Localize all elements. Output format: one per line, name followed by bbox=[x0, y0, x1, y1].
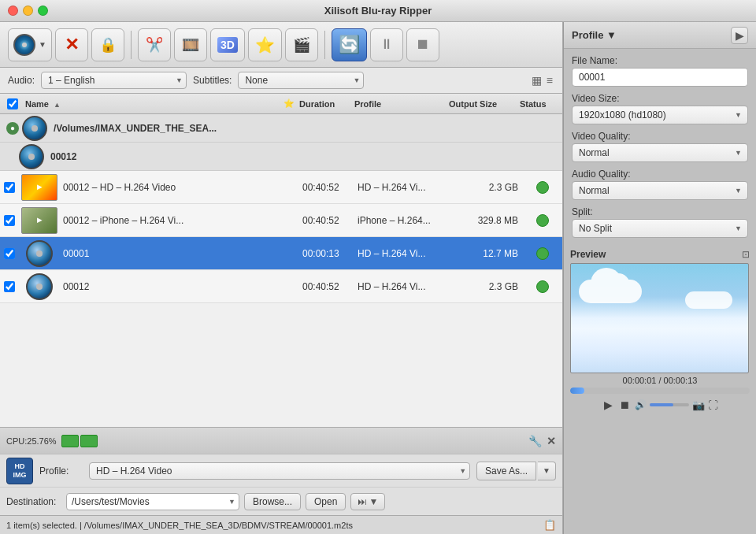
status-dot-1 bbox=[536, 181, 549, 194]
jump-button[interactable]: ⏭ ▼ bbox=[350, 493, 385, 510]
preview-controls: ▶ ⏹ 🔊 📷 ⛶ bbox=[570, 397, 750, 413]
split-select[interactable]: No Split bbox=[572, 219, 748, 238]
file-name-label: File Name: bbox=[572, 55, 748, 66]
fullscreen-icon[interactable]: ⛶ bbox=[708, 399, 718, 411]
list-row-2[interactable]: ▶ 00012 – iPhone – H.264 Vi... 00:40:52 … bbox=[0, 204, 562, 237]
preview-header: Preview ⊡ bbox=[570, 249, 750, 260]
stop-preview-button[interactable]: ⏹ bbox=[617, 397, 632, 413]
toolbar: ▼ ✕ 🔒 ✂️ 🎞️ 3D ⭐ bbox=[0, 22, 562, 68]
profile-select[interactable]: HD – H.264 Video bbox=[89, 462, 470, 480]
video-quality-label: Video Quality: bbox=[572, 131, 748, 142]
file-name-input[interactable] bbox=[572, 68, 748, 87]
traffic-lights bbox=[8, 6, 48, 16]
audio-select-wrapper: 1 – English bbox=[41, 72, 187, 89]
row-checkbox-3[interactable] bbox=[4, 248, 15, 259]
row-checkbox-2[interactable] bbox=[4, 215, 15, 226]
grid-view-icon[interactable]: ▦ bbox=[530, 72, 543, 88]
star-icon: ⭐ bbox=[255, 35, 275, 54]
list-view-icon[interactable]: ≡ bbox=[545, 72, 554, 88]
subtitles-label: Subtitles: bbox=[193, 75, 232, 86]
list-group-1: ● /Volumes/IMAX_UNDER_THE_SEA... bbox=[0, 114, 562, 143]
row-cb-2 bbox=[0, 215, 19, 226]
volume-fill bbox=[650, 403, 673, 406]
dest-path-select-wrapper: /Users/test/Movies bbox=[66, 493, 239, 510]
right-panel: Profile ▼ ▶ File Name: Video Size: 1920x… bbox=[563, 22, 756, 534]
status-bar: 1 item(s) selected. | /Volumes/IMAX_UNDE… bbox=[0, 515, 562, 534]
volume-slider[interactable] bbox=[650, 403, 689, 406]
scissors-icon: ✂️ bbox=[146, 36, 163, 54]
app-title: Xilisoft Blu-ray Ripper bbox=[324, 5, 432, 17]
thumbnail-3 bbox=[26, 240, 53, 267]
audio-quality-select[interactable]: Normal bbox=[572, 181, 748, 200]
video-quality-select[interactable]: Normal bbox=[572, 143, 748, 162]
row-profile-3: HD – H.264 Vi... bbox=[358, 248, 452, 259]
preview-progress-bar[interactable] bbox=[570, 388, 750, 394]
col-profile-header: Profile bbox=[354, 99, 449, 109]
row-status-4 bbox=[523, 280, 562, 293]
video-size-select[interactable]: 1920x1080 (hd1080) bbox=[572, 106, 748, 124]
row-checkbox-1[interactable] bbox=[4, 182, 15, 193]
profile-format-icon: HDIMG bbox=[6, 458, 33, 484]
play-button[interactable]: ▶ bbox=[602, 397, 614, 413]
row-size-1: 2.3 GB bbox=[452, 182, 523, 193]
pause-button[interactable]: ⏸ bbox=[370, 28, 403, 61]
list-header: Name ▲ ⭐ Duration Profile Output Size St… bbox=[0, 94, 562, 114]
close-panel-button[interactable]: ✕ bbox=[547, 435, 556, 447]
dest-label: Destination: bbox=[6, 496, 61, 507]
merge-button[interactable]: 🎬 bbox=[285, 28, 318, 61]
view-toggle: ▦ ≡ bbox=[530, 72, 554, 88]
right-panel-expand-button[interactable]: ▶ bbox=[731, 27, 748, 44]
header-checkbox[interactable] bbox=[7, 98, 18, 109]
group-header-1[interactable]: ● /Volumes/IMAX_UNDER_THE_SEA... bbox=[0, 114, 562, 143]
stop-button[interactable]: ⏹ bbox=[406, 28, 439, 61]
saveas-arrow-button[interactable]: ▼ bbox=[538, 462, 556, 480]
split-select-wrapper: No Split bbox=[572, 219, 748, 238]
list-row-3[interactable]: 00001 00:00:13 HD – H.264 Vi... 12.7 MB bbox=[0, 237, 562, 270]
3d-button[interactable]: 3D bbox=[210, 28, 245, 61]
browse-button[interactable]: Browse... bbox=[244, 493, 301, 510]
stop-icon: ⏹ bbox=[416, 36, 430, 53]
saveas-button[interactable]: Save As... bbox=[476, 462, 536, 480]
preview-expand-button[interactable]: ⊡ bbox=[742, 249, 750, 260]
convert-button[interactable]: 🔄 bbox=[332, 28, 367, 61]
cloud-decoration-2 bbox=[685, 291, 732, 309]
list-row-1[interactable]: ▶ 00012 – HD – H.264 Video 00:40:52 HD –… bbox=[0, 171, 562, 204]
preview-section: Preview ⊡ 00:00:01 / 00:00:13 ▶ ⏹ 🔊 📷 ⛶ bbox=[564, 244, 756, 417]
group-toggle-1[interactable]: ● bbox=[6, 122, 19, 135]
left-panel: ▼ ✕ 🔒 ✂️ 🎞️ 3D ⭐ bbox=[0, 22, 563, 534]
activity-blocks bbox=[61, 435, 98, 447]
subtitles-select[interactable]: None bbox=[238, 72, 364, 89]
file-name-field-group: File Name: bbox=[572, 55, 748, 87]
row-duration-4: 00:40:52 bbox=[302, 281, 358, 292]
settings-button[interactable]: 🔧 bbox=[528, 435, 542, 447]
add-disc-button[interactable]: ▼ bbox=[8, 28, 52, 61]
info-button[interactable]: 🔒 bbox=[91, 28, 124, 61]
audio-select[interactable]: 1 – English bbox=[41, 72, 187, 89]
group-disc-2 bbox=[19, 144, 44, 169]
log-button[interactable]: 📋 bbox=[543, 519, 556, 531]
audio-subtitle-bar: Audio: 1 – English Subtitles: None ▦ ≡ bbox=[0, 68, 562, 94]
zoom-button[interactable] bbox=[38, 6, 48, 16]
group-header-2[interactable]: 00012 bbox=[0, 143, 562, 171]
dest-path-select[interactable]: /Users/test/Movies bbox=[66, 493, 239, 510]
convert-icon: 🔄 bbox=[339, 35, 360, 55]
cut-button[interactable]: ✂️ bbox=[138, 28, 171, 61]
open-button[interactable]: Open bbox=[306, 493, 346, 510]
close-button[interactable] bbox=[8, 6, 18, 16]
minimize-button[interactable] bbox=[23, 6, 33, 16]
thumbnail-2: ▶ bbox=[21, 207, 57, 234]
col-status-header: Status bbox=[520, 99, 559, 109]
snapshot-button[interactable]: ⭐ bbox=[248, 28, 282, 61]
screenshot-icon[interactable]: 📷 bbox=[692, 399, 705, 411]
thumbnail-1: ▶ bbox=[21, 174, 57, 201]
video-quality-field-group: Video Quality: Normal bbox=[572, 131, 748, 162]
list-row-4[interactable]: 00012 00:40:52 HD – H.264 Vi... 2.3 GB bbox=[0, 270, 562, 303]
status-dot-4 bbox=[536, 280, 549, 293]
list-group-3: 00001 00:00:13 HD – H.264 Vi... 12.7 MB bbox=[0, 237, 562, 270]
row-checkbox-4[interactable] bbox=[4, 281, 15, 292]
effects-button[interactable]: 🎞️ bbox=[174, 28, 207, 61]
row-name-4: 00012 bbox=[60, 281, 302, 292]
remove-button[interactable]: ✕ bbox=[55, 28, 88, 61]
row-status-1 bbox=[523, 181, 562, 194]
saveas-button-group: Save As... ▼ bbox=[476, 462, 556, 480]
